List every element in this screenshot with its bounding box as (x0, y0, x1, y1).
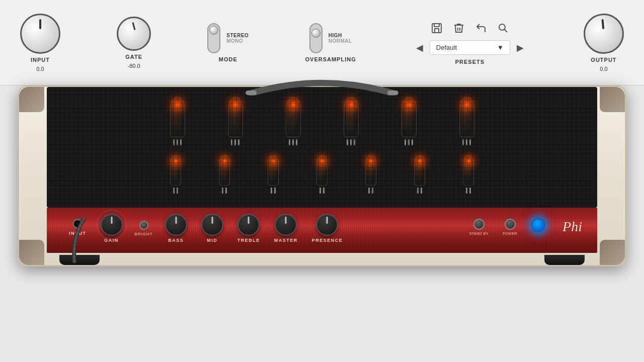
tube-glow (464, 102, 470, 108)
save-icon (431, 22, 443, 34)
amp-container: INPUT GAIN BRIGHT (18, 85, 626, 266)
tube-top-1 (170, 97, 185, 145)
tube-top-5 (401, 97, 417, 145)
presets-dropdown[interactable]: Default ▼ (430, 40, 510, 55)
standby-switch-group: STAND BY (462, 214, 496, 235)
amp-handle (234, 70, 410, 96)
tube-top-2 (228, 97, 243, 145)
tube-top-6 (459, 97, 474, 145)
input-value: 0.0 (36, 66, 44, 72)
tube-bottom-3 (268, 155, 279, 194)
tube-glass (286, 97, 301, 137)
bass-group: BASS (158, 214, 194, 243)
mid-label: MID (207, 238, 217, 243)
oversampling-toggle-ball (311, 29, 320, 38)
tube-pins (405, 139, 413, 145)
tube-pins (173, 139, 182, 145)
presets-icons-row (429, 20, 511, 36)
oversampling-option-normal: NORMAL (329, 38, 352, 44)
output-knob[interactable] (582, 12, 626, 55)
svg-point-3 (499, 24, 505, 30)
presets-delete-button[interactable] (451, 20, 467, 36)
svg-rect-5 (246, 90, 257, 95)
power-switch-button[interactable] (505, 219, 516, 230)
input-label: INPUT (31, 57, 50, 63)
gain-label: GAIN (104, 238, 119, 243)
output-control: OUTPUT 0.0 (584, 14, 624, 72)
standby-switch-button[interactable] (473, 219, 485, 230)
oversampling-label: OVERSAMPLING (305, 56, 356, 62)
bright-label: BRIGHT (135, 232, 153, 236)
mid-knob[interactable] (201, 214, 223, 236)
power-label: POWER (503, 232, 517, 235)
tube-pins-small (173, 188, 178, 194)
tube-glass (228, 97, 243, 137)
presets-search-button[interactable] (495, 20, 511, 36)
tube-glow (290, 102, 296, 108)
treble-knob[interactable] (237, 214, 260, 236)
svg-rect-2 (435, 29, 439, 33)
mode-option-mono: MONO (226, 38, 243, 44)
tube-pins (347, 139, 355, 145)
input-control: INPUT 0.0 (20, 14, 60, 72)
svg-rect-6 (387, 90, 398, 95)
presets-prev-button[interactable]: ◀ (413, 41, 427, 55)
gain-knob[interactable] (101, 214, 123, 236)
master-knob[interactable] (275, 214, 297, 236)
amp-chassis: INPUT GAIN BRIGHT (18, 85, 626, 266)
amp-foot-right (544, 255, 585, 265)
power-switch-group: POWER (496, 214, 524, 235)
mode-label: MODE (219, 56, 237, 62)
gate-control: GATE -80.0 (117, 17, 151, 69)
corner-bracket-tl (19, 87, 44, 112)
tube-glow (175, 102, 181, 108)
oversampling-toggle-switch[interactable] (309, 23, 323, 53)
tube-bottom-4 (316, 155, 328, 194)
cable-svg (67, 218, 102, 263)
tubes-row-top (57, 97, 587, 145)
tube-bottom-5 (365, 155, 376, 194)
oversampling-control: HIGH NORMAL OVERSAMPLING (305, 23, 356, 62)
gate-knob[interactable] (117, 17, 151, 51)
tube-bottom-2 (219, 155, 230, 194)
tube-glass (459, 97, 474, 137)
mode-toggle-ball (209, 26, 218, 35)
presence-knob[interactable] (316, 214, 338, 236)
presets-save-button[interactable] (429, 20, 445, 36)
master-group: MASTER (267, 214, 305, 243)
gate-label: GATE (125, 54, 142, 60)
bass-label: BASS (168, 238, 184, 243)
output-value: 0.0 (600, 66, 607, 72)
presence-group: PRESENCE (305, 214, 350, 243)
tube-glass (401, 97, 417, 137)
mode-option-stereo: STEREO (226, 33, 249, 38)
master-label: MASTER (274, 238, 298, 243)
bass-knob[interactable] (165, 214, 187, 236)
tubes-row-bottom (57, 155, 587, 194)
amp-feet (19, 255, 625, 265)
mode-toggle-switch[interactable] (207, 23, 220, 53)
search-icon (497, 22, 509, 34)
presets-label: PRESETS (455, 59, 485, 65)
tube-glow (348, 102, 354, 108)
tube-section (47, 87, 597, 208)
tube-top-4 (344, 97, 359, 145)
tube-bottom-1 (170, 155, 181, 194)
corner-bracket-bl (19, 240, 44, 265)
tube-bottom-7 (463, 155, 474, 194)
tube-glass (344, 97, 359, 137)
corner-bracket-br (600, 240, 625, 265)
input-knob[interactable] (20, 14, 60, 54)
tube-glass-small (170, 155, 181, 186)
mid-group: MID (194, 214, 230, 243)
bright-switch-button[interactable] (139, 221, 148, 230)
presets-back-button[interactable] (473, 20, 489, 36)
oversampling-option-high: HIGH (329, 33, 342, 38)
tube-top-3 (286, 97, 301, 145)
svg-rect-1 (434, 24, 439, 27)
amp-controls: INPUT GAIN BRIGHT (62, 214, 582, 243)
oversampling-toggle-row: HIGH NORMAL (309, 23, 352, 53)
svg-line-4 (504, 30, 507, 33)
power-led-indicator (531, 218, 545, 232)
presets-next-button[interactable]: ▶ (513, 41, 527, 55)
